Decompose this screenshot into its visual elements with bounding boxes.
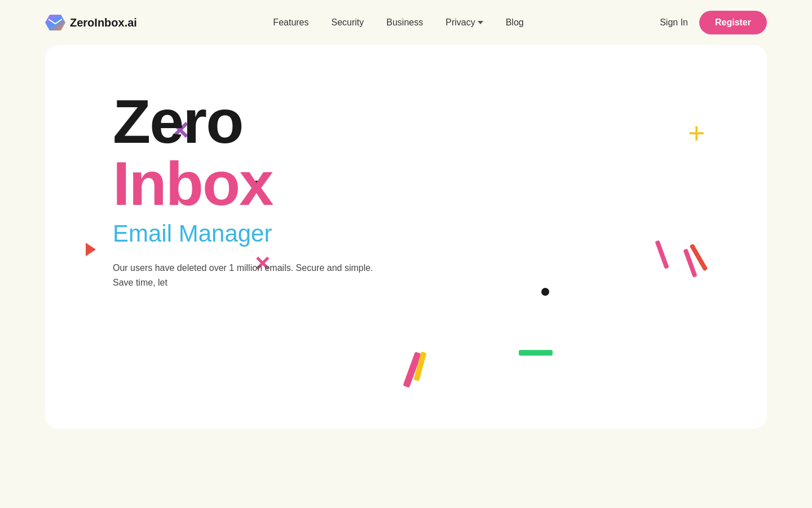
navbar: ZeroInbox.ai Features Security Business … bbox=[0, 0, 812, 45]
logo-icon bbox=[45, 12, 65, 33]
hero-description: Our users have deleted over 1 million em… bbox=[113, 261, 383, 290]
nav-features[interactable]: Features bbox=[273, 17, 308, 27]
nav-blog[interactable]: Blog bbox=[506, 17, 524, 27]
register-button[interactable]: Register bbox=[699, 11, 767, 34]
nav-actions: Sign In Register bbox=[660, 11, 767, 34]
hero-title-inbox: Inbox bbox=[113, 152, 383, 214]
nav-links: Features Security Business Privacy Blog bbox=[273, 17, 523, 28]
decorative-shape-6 bbox=[541, 288, 549, 296]
logo-link[interactable]: ZeroInbox.ai bbox=[45, 12, 137, 33]
nav-security[interactable]: Security bbox=[332, 17, 364, 27]
chevron-down-icon bbox=[478, 21, 483, 24]
hero-subtitle: Email Manager bbox=[113, 220, 383, 247]
nav-privacy[interactable]: Privacy bbox=[445, 17, 483, 28]
hero-content: Zero Inbox Email Manager Our users have … bbox=[113, 90, 383, 290]
hero-card: Zero Inbox Email Manager Our users have … bbox=[45, 45, 767, 429]
decorative-shape-10 bbox=[655, 240, 669, 269]
decorative-shape-2: + bbox=[688, 119, 705, 148]
decorative-shape-9 bbox=[519, 350, 553, 356]
logo-text: ZeroInbox.ai bbox=[70, 16, 137, 29]
hero-title-zero: Zero bbox=[113, 90, 383, 152]
decorative-shape-17 bbox=[86, 243, 96, 256]
sign-in-button[interactable]: Sign In bbox=[660, 17, 688, 28]
nav-business[interactable]: Business bbox=[386, 17, 423, 27]
